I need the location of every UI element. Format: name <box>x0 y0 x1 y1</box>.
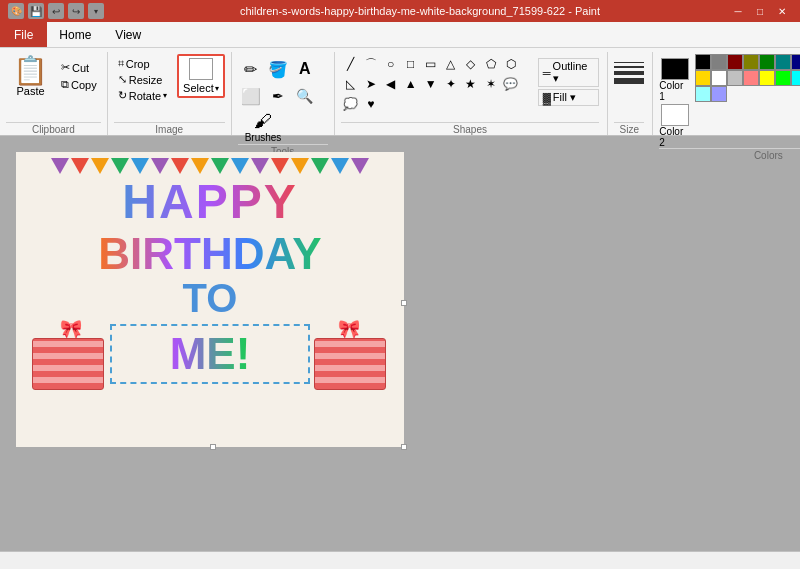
window-title: children-s-words-happy-birthday-me-white… <box>112 5 728 17</box>
quick-access-dropdown[interactable]: ▾ <box>88 3 104 19</box>
shape-oval[interactable]: ○ <box>381 54 401 74</box>
paste-icon: 📋 <box>13 57 48 85</box>
fill-tool[interactable]: 🪣 <box>265 56 291 82</box>
banner-13 <box>291 158 309 174</box>
tools-group: ✏ 🪣 A ⬜ ✒ 🔍 🖌 Brushes Tools <box>232 52 335 135</box>
palette-silver[interactable] <box>727 70 743 86</box>
palette-light-blue[interactable] <box>711 86 727 102</box>
eraser-tool[interactable]: ⬜ <box>238 83 264 109</box>
shape-line[interactable]: ╱ <box>341 54 361 74</box>
palette-teal[interactable] <box>775 54 791 70</box>
resize-handle-br[interactable] <box>401 444 407 450</box>
ribbon: 📋 Paste ✂ Cut ⧉ Copy Clipboard ⌗ C <box>0 48 800 136</box>
quick-access-undo[interactable]: ↩ <box>48 3 64 19</box>
banner-12 <box>271 158 289 174</box>
clipboard-sub-buttons: ✂ Cut ⧉ Copy <box>57 60 101 92</box>
rotate-icon: ↻ <box>118 89 127 102</box>
shape-heart[interactable]: ♥ <box>361 94 381 114</box>
palette-cyan[interactable] <box>791 70 800 86</box>
shape-triangle[interactable]: △ <box>441 54 461 74</box>
shape-arrow-down[interactable]: ▼ <box>421 74 441 94</box>
shape-pentagon[interactable]: ⬠ <box>481 54 501 74</box>
shape-callout-rect[interactable]: 💬 <box>501 74 521 94</box>
palette-gold[interactable] <box>695 70 711 86</box>
cut-button[interactable]: ✂ Cut <box>57 60 101 75</box>
shape-hexagon[interactable]: ⬡ <box>501 54 521 74</box>
rotate-button[interactable]: ↻ Rotate ▾ <box>114 88 171 103</box>
color-palette <box>695 54 800 102</box>
palette-white[interactable] <box>711 70 727 86</box>
select-button[interactable]: Select ▾ <box>177 54 225 98</box>
bottom-row: 🎀 ME! 🎀 <box>16 320 404 388</box>
palette-yellow[interactable] <box>759 70 775 86</box>
copy-button[interactable]: ⧉ Copy <box>57 77 101 92</box>
canvas-area: HAPPY BIRTHDAY TO 🎀 ME! 🎀 <box>0 136 800 551</box>
quick-access-redo[interactable]: ↪ <box>68 3 84 19</box>
resize-icon: ⤡ <box>118 73 127 86</box>
palette-black[interactable] <box>695 54 711 70</box>
banner-16 <box>351 158 369 174</box>
size-button[interactable] <box>614 54 644 122</box>
palette-light-cyan[interactable] <box>695 86 711 102</box>
resize-handle-mr[interactable] <box>401 300 407 306</box>
shape-callout-oval[interactable]: 💭 <box>341 94 361 114</box>
quick-access-save[interactable]: 💾 <box>28 3 44 19</box>
shape-rect[interactable]: □ <box>401 54 421 74</box>
menu-home[interactable]: Home <box>47 22 103 47</box>
color1-swatch[interactable]: Color 1 <box>659 58 691 102</box>
colors-top: Color 1 Color 2 <box>659 54 800 148</box>
shape-4point-star[interactable]: ✦ <box>441 74 461 94</box>
shape-curve[interactable]: ⌒ <box>361 54 381 74</box>
palette-olive[interactable] <box>743 54 759 70</box>
palette-maroon[interactable] <box>727 54 743 70</box>
banner-5 <box>131 158 149 174</box>
title-bar: 🎨 💾 ↩ ↪ ▾ children-s-words-happy-birthda… <box>0 0 800 22</box>
maximize-button[interactable]: □ <box>750 4 770 18</box>
palette-green[interactable] <box>759 54 775 70</box>
outline-button[interactable]: ═ Outline ▾ <box>538 58 600 87</box>
minimize-button[interactable]: ─ <box>728 4 748 18</box>
shape-5point-star[interactable]: ★ <box>461 74 481 94</box>
resize-button[interactable]: ⤡ Resize <box>114 72 171 87</box>
size-line-4 <box>614 78 644 84</box>
shape-arrow-right[interactable]: ➤ <box>361 74 381 94</box>
menu-bar: File Home View <box>0 22 800 48</box>
shape-diamond[interactable]: ◇ <box>461 54 481 74</box>
palette-navy[interactable] <box>791 54 800 70</box>
fill-button[interactable]: ▓ Fill ▾ <box>538 89 600 106</box>
select-label: Select ▾ <box>183 82 219 94</box>
close-button[interactable]: ✕ <box>772 4 792 18</box>
color-swatches: Color 1 Color 2 <box>659 58 691 148</box>
app-icon: 🎨 <box>8 3 24 19</box>
clipboard-group: 📋 Paste ✂ Cut ⧉ Copy Clipboard <box>4 52 108 135</box>
shapes-group: ╱ ⌒ ○ □ ▭ △ ◇ ⬠ ⬡ ◺ ➤ ◀ ▲ ▼ ✦ ★ ✶ 💬 💭 ♥ <box>335 52 609 135</box>
banner-7 <box>171 158 189 174</box>
shape-arrow-up[interactable]: ▲ <box>401 74 421 94</box>
image-label: Image <box>114 122 225 135</box>
palette-lime[interactable] <box>775 70 791 86</box>
shape-right-triangle[interactable]: ◺ <box>341 74 361 94</box>
crop-button[interactable]: ⌗ Crop <box>114 56 171 71</box>
window-controls: ─ □ ✕ <box>728 4 792 18</box>
pencil-tool[interactable]: ✏ <box>238 56 264 82</box>
zoom-tool[interactable]: 🔍 <box>292 83 318 109</box>
menu-view[interactable]: View <box>103 22 153 47</box>
size-line-2 <box>614 66 644 68</box>
paint-canvas[interactable]: HAPPY BIRTHDAY TO 🎀 ME! 🎀 <box>16 152 404 447</box>
banner-15 <box>331 158 349 174</box>
palette-gray[interactable] <box>711 54 727 70</box>
paste-button[interactable]: 📋 Paste <box>6 54 55 100</box>
menu-file[interactable]: File <box>0 22 47 47</box>
brushes-button[interactable]: 🖌 Brushes <box>240 110 287 144</box>
palette-light-red[interactable] <box>743 70 759 86</box>
shape-6point-star[interactable]: ✶ <box>481 74 501 94</box>
me-container: ME! <box>110 332 310 376</box>
colorpick-tool[interactable]: ✒ <box>265 83 291 109</box>
shape-rounded-rect[interactable]: ▭ <box>421 54 441 74</box>
text-tool[interactable]: A <box>292 56 318 82</box>
image-group: ⌗ Crop ⤡ Resize ↻ Rotate ▾ Select ▾ <box>108 52 232 135</box>
resize-handle-bm[interactable] <box>210 444 216 450</box>
shape-arrow-left[interactable]: ◀ <box>381 74 401 94</box>
shapes-label: Shapes <box>341 122 600 135</box>
color2-swatch[interactable]: Color 2 <box>659 104 691 148</box>
